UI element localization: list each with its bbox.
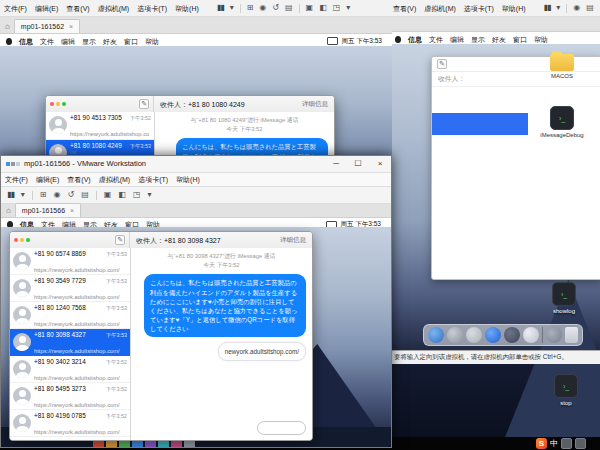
menu-help[interactable]: 帮助(H)	[175, 5, 199, 12]
mac-menu-help[interactable]: 帮助	[534, 36, 548, 43]
home-tab-icon[interactable]: ⌂	[5, 23, 10, 31]
console-icon[interactable]: ▣	[104, 191, 112, 199]
ctrl-alt-del-icon[interactable]: ⊞	[40, 191, 47, 199]
snapshot-manager-icon[interactable]: ▤	[81, 191, 89, 199]
mac-menu-messages[interactable]: 信息	[19, 38, 33, 45]
suspend-menu-icon[interactable]: ▾	[230, 4, 234, 12]
menu-file[interactable]: 文件(F)	[4, 5, 27, 12]
apple-menu-icon[interactable]	[395, 36, 401, 43]
close-button[interactable]: ×	[369, 156, 391, 172]
layout-menu-icon[interactable]: ▾	[147, 191, 151, 199]
conversation-row[interactable]: +81 90 3402 3214下午3:52 https://newyork.a…	[10, 356, 130, 383]
apple-menu-icon[interactable]	[6, 38, 12, 45]
trash-icon[interactable]	[565, 327, 578, 343]
menu-vm[interactable]: 虚拟机(M)	[424, 5, 456, 12]
vm-tab[interactable]: mp01-161562 ×	[14, 19, 80, 33]
close-tab-icon[interactable]: ×	[69, 23, 73, 30]
menu-view[interactable]: 查看(V)	[66, 5, 89, 12]
menu-edit[interactable]: 编辑(E)	[35, 5, 58, 12]
menu-vm[interactable]: 虚拟机(M)	[98, 5, 130, 12]
conversation-row-selected[interactable]: +81 80 3098 4327下午3:53 https://newyork.a…	[10, 329, 130, 356]
window-titlebar[interactable]: mp01-161566 - VMware Workstation ─ ☐ ×	[1, 156, 391, 173]
compose-icon[interactable]: ✎	[115, 235, 125, 245]
library-icon[interactable]: ◧	[118, 191, 126, 199]
library-icon[interactable]: ◧	[319, 4, 327, 12]
compose-icon[interactable]: ✎	[139, 99, 149, 109]
to-field[interactable]: 收件人：+81 80 1080 4249	[160, 101, 245, 108]
snapshot-icon[interactable]: ◉	[54, 191, 61, 199]
photos-icon[interactable]	[523, 327, 539, 343]
to-field[interactable]: 收件人：+81 80 3098 4327	[136, 237, 221, 244]
mac-menu-messages[interactable]: 信息	[408, 36, 422, 43]
menu-help[interactable]: 帮助(H)	[176, 176, 200, 183]
mail-icon[interactable]	[504, 327, 520, 343]
message-input[interactable]	[257, 421, 306, 435]
mac-menu-buddies[interactable]: 好友	[492, 36, 506, 43]
finder-icon[interactable]	[428, 327, 444, 343]
ctrl-alt-del-icon[interactable]: ⊞	[247, 4, 254, 12]
menu-edit[interactable]: 编辑(E)	[36, 176, 59, 183]
menu-tabs[interactable]: 选项卡(T)	[138, 176, 168, 183]
vm-tab[interactable]: mp01-161566 ×	[15, 203, 81, 217]
display-menu-icon[interactable]	[327, 37, 338, 45]
close-window-icon[interactable]	[14, 238, 18, 242]
menu-tabs[interactable]: 选项卡(T)	[137, 5, 167, 12]
close-window-icon[interactable]	[50, 102, 54, 106]
suspend-icon[interactable]: ▮▮	[217, 4, 224, 12]
zoom-window-icon[interactable]	[62, 102, 66, 106]
details-button[interactable]: 详细信息	[302, 101, 334, 108]
layout-menu-icon[interactable]: ▾	[346, 4, 350, 12]
mac-menu-buddies[interactable]: 好友	[103, 38, 117, 45]
conversation-row[interactable]: +81 90 6574 8869下午3:53 https://newyork.a…	[10, 248, 130, 275]
mac-menu-file[interactable]: 文件	[40, 38, 54, 45]
conversation-row[interactable]: +81 80 5495 3273下午3:52 https://newyork.a…	[10, 383, 130, 410]
menu-help[interactable]: 帮助(H)	[502, 5, 526, 12]
mac-menu-view[interactable]: 显示	[82, 38, 96, 45]
suspend-menu-icon[interactable]: ▾	[556, 4, 560, 12]
ime-language-indicator[interactable]: 中	[550, 440, 558, 448]
desktop-icon-showlog[interactable]: ›_ showlog	[541, 282, 587, 315]
snapshot-icon[interactable]: ◉	[573, 4, 580, 12]
console-icon[interactable]: ▣	[306, 4, 314, 12]
mac-menu-window[interactable]: 窗口	[124, 38, 138, 45]
menu-file[interactable]: 文件(F)	[5, 176, 28, 183]
menu-vm[interactable]: 虚拟机(M)	[99, 176, 131, 183]
ime-settings-icon[interactable]	[575, 438, 586, 449]
suspend-menu-icon[interactable]: ▾	[21, 191, 25, 199]
mac-menu-help[interactable]: 帮助	[145, 38, 159, 45]
revert-icon[interactable]: ↺	[68, 191, 75, 199]
suspend-icon[interactable]: ▮▮	[544, 4, 551, 12]
snapshot-manager-icon[interactable]: ▤	[285, 4, 293, 12]
details-button[interactable]: 详细信息	[280, 237, 312, 244]
mac-menu-view[interactable]: 显示	[471, 36, 485, 43]
launchpad-icon[interactable]	[447, 327, 463, 343]
mac-menu-edit[interactable]: 编辑	[61, 38, 75, 45]
desktop-icon-imessagedebug[interactable]: ›_ iMessageDebug	[539, 106, 585, 139]
sogou-logo-icon[interactable]: S	[536, 438, 547, 449]
menu-view[interactable]: 查看(V)	[393, 5, 416, 12]
revert-icon[interactable]: ↺	[272, 4, 279, 12]
downloads-icon[interactable]	[546, 327, 562, 343]
sent-link-bubble[interactable]: newyork.adultsitshop.com/	[218, 342, 306, 361]
safari-icon[interactable]	[485, 327, 501, 343]
suspend-icon[interactable]: ▮▮	[7, 191, 14, 199]
compose-icon[interactable]: ✎	[437, 59, 447, 69]
conversation-row[interactable]: +81 80 4196 0785下午3:52 https://newyork.a…	[10, 410, 130, 437]
menu-view[interactable]: 查看(V)	[67, 176, 90, 183]
desktop-icon-macos-folder[interactable]: MACOS	[539, 54, 585, 80]
selected-suggestion-row[interactable]	[432, 113, 528, 135]
snapshot-manager-icon[interactable]: ▤	[586, 4, 594, 12]
mac-menu-edit[interactable]: 编辑	[450, 36, 464, 43]
minimize-button[interactable]: ─	[325, 156, 347, 172]
maximize-button[interactable]: ☐	[347, 156, 369, 172]
minimize-window-icon[interactable]	[20, 238, 24, 242]
close-tab-icon[interactable]: ×	[70, 207, 74, 214]
menu-tabs[interactable]: 选项卡(T)	[464, 5, 494, 12]
zoom-window-icon[interactable]	[26, 238, 30, 242]
contacts-icon[interactable]	[466, 327, 482, 343]
conversation-row[interactable]: +81 90 4513 7305下午3:52 https://newyork.a…	[46, 112, 154, 140]
home-tab-icon[interactable]: ⌂	[6, 207, 11, 215]
layout-icon[interactable]: ◳	[133, 191, 141, 199]
desktop-icon-stop[interactable]: ›_ stop	[543, 374, 589, 407]
mac-menu-window[interactable]: 窗口	[513, 36, 527, 43]
